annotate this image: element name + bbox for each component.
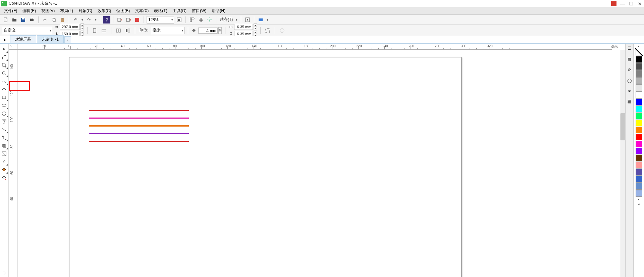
menu-view[interactable]: 视图(V) <box>39 7 57 14</box>
menu-file[interactable]: 文件(F) <box>2 7 19 14</box>
svg-rect-18 <box>102 29 106 32</box>
app-launcher-dd-icon[interactable]: ▾ <box>266 16 269 24</box>
svg-rect-20 <box>119 29 120 32</box>
page-width-input[interactable] <box>60 24 80 30</box>
units-label: 单位: <box>139 28 148 33</box>
svg-rect-2 <box>22 18 24 19</box>
menu-help[interactable]: 帮助(H) <box>210 7 227 14</box>
page-preset-combo[interactable]: 自定义▾ <box>2 27 52 34</box>
zoom-combo[interactable]: 128%▾ <box>147 16 174 24</box>
units-value: 毫米 <box>153 28 161 33</box>
app-launcher-icon[interactable] <box>257 16 264 24</box>
zoom-value: 128% <box>148 17 159 22</box>
paste-icon[interactable] <box>59 16 66 24</box>
svg-point-15 <box>247 19 248 20</box>
minimize-button[interactable]: — <box>620 1 625 6</box>
svg-rect-9 <box>118 18 121 21</box>
svg-rect-11 <box>135 18 139 22</box>
snap-label[interactable]: 贴齐(T) <box>220 17 233 22</box>
standard-toolbar: ✂ ↶ ▾ ↷ ▾ ⚲ 128%▾ 贴齐(T) ▾ ▾ <box>0 15 644 25</box>
options2-icon[interactable] <box>278 27 286 34</box>
options-icon[interactable] <box>244 16 251 24</box>
svg-rect-19 <box>116 29 118 32</box>
menu-edit[interactable]: 编辑(E) <box>20 7 38 14</box>
svg-rect-23 <box>266 29 270 33</box>
tab-add[interactable]: ▫ <box>64 36 71 43</box>
redo-icon[interactable]: ↷ <box>85 16 93 24</box>
menu-bar: 文件(F) 编辑(E) 视图(V) 布局(L) 对象(C) 效果(C) 位图(B… <box>0 7 644 15</box>
dup-x-input[interactable] <box>234 24 253 30</box>
menu-table[interactable]: 表格(T) <box>152 7 169 14</box>
search-icon[interactable]: ⚲ <box>103 16 110 24</box>
menu-bitmap[interactable]: 位图(B) <box>114 7 132 14</box>
maximize-button[interactable]: ❐ <box>629 1 634 6</box>
menu-window[interactable]: 窗口(W) <box>190 7 208 14</box>
show-guides-icon[interactable] <box>206 16 213 24</box>
current-page-icon[interactable] <box>124 27 131 34</box>
show-grid-icon[interactable] <box>197 16 205 24</box>
dupy-up[interactable]: ▴ <box>254 31 257 34</box>
svg-rect-21 <box>126 29 127 32</box>
app-icon <box>1 1 7 6</box>
publish-pdf-icon[interactable] <box>133 16 141 24</box>
close-button[interactable]: ✕ <box>637 1 643 6</box>
dupx-down[interactable]: ▾ <box>254 27 257 30</box>
svg-rect-3 <box>30 19 34 21</box>
all-pages-icon[interactable] <box>115 27 122 34</box>
svg-rect-10 <box>126 18 129 21</box>
redo-dd-icon[interactable]: ▾ <box>94 16 97 24</box>
svg-rect-16 <box>259 18 263 21</box>
nudge-input[interactable] <box>198 28 218 34</box>
menu-effects[interactable]: 效果(C) <box>96 7 113 14</box>
window-title: CorelDRAW X7 - 未命名 -1 <box>9 1 57 6</box>
units-combo[interactable]: 毫米▾ <box>151 27 184 34</box>
pick-tool-mini-icon[interactable]: ➤ <box>2 37 7 43</box>
print-icon[interactable] <box>28 16 36 24</box>
cut-icon[interactable]: ✂ <box>41 16 49 24</box>
save-icon[interactable] <box>19 16 27 24</box>
undo-dd-icon[interactable]: ▾ <box>80 16 84 24</box>
document-tabs: ➤ 欢迎屏幕 未命名 -1 ▫ <box>0 36 644 44</box>
height-up[interactable]: ▴ <box>80 31 84 34</box>
tab-document[interactable]: 未命名 -1 <box>37 35 64 43</box>
treat-as-filled-icon[interactable] <box>264 27 271 34</box>
landscape-icon[interactable] <box>100 27 108 34</box>
undo-icon[interactable]: ↶ <box>72 16 79 24</box>
dupy-icon: ↧ <box>229 32 233 36</box>
menu-object[interactable]: 对象(C) <box>76 7 94 14</box>
svg-point-24 <box>280 29 284 33</box>
svg-rect-17 <box>93 29 96 33</box>
export-icon[interactable] <box>125 16 132 24</box>
nudge-icon: ✥ <box>192 28 196 33</box>
tab-welcome[interactable]: 欢迎屏幕 <box>10 35 36 43</box>
svg-rect-0 <box>4 18 7 22</box>
menu-text[interactable]: 文本(X) <box>133 7 151 14</box>
copy-icon[interactable] <box>50 16 57 24</box>
user-indicator-icon[interactable] <box>611 1 616 6</box>
width-up[interactable]: ▴ <box>80 24 84 27</box>
portrait-icon[interactable] <box>91 27 98 34</box>
svg-rect-6 <box>53 19 55 21</box>
fullscreen-icon[interactable] <box>175 16 183 24</box>
menu-layout[interactable]: 布局(L) <box>58 7 75 14</box>
show-rulers-icon[interactable] <box>189 16 196 24</box>
nudge-down[interactable]: ▾ <box>218 31 222 34</box>
dupx-icon: ↦ <box>229 25 233 29</box>
nudge-up[interactable]: ▴ <box>218 27 222 31</box>
title-bar: CorelDRAW X7 - 未命名 -1 — ❐ ✕ <box>0 0 644 7</box>
svg-rect-22 <box>128 29 130 32</box>
svg-rect-8 <box>62 18 63 19</box>
menu-tools[interactable]: 工具(O) <box>171 7 189 14</box>
dupx-up[interactable]: ▴ <box>254 24 257 27</box>
open-icon[interactable] <box>11 16 18 24</box>
import-icon[interactable] <box>116 16 123 24</box>
svg-rect-4 <box>31 18 33 19</box>
width-icon: ⬌ <box>55 25 58 29</box>
property-bar: 自定义▾ ⬌▴▾ ⬍▴▾ 单位: 毫米▾ ✥ ▴▾ ↦▴▾ ↧▴▾ <box>0 25 644 36</box>
new-icon[interactable] <box>2 16 9 24</box>
snap-dd-icon[interactable]: ▾ <box>235 16 238 24</box>
preset-value: 自定义 <box>4 28 16 33</box>
svg-rect-13 <box>178 19 180 21</box>
width-down[interactable]: ▾ <box>80 27 84 30</box>
